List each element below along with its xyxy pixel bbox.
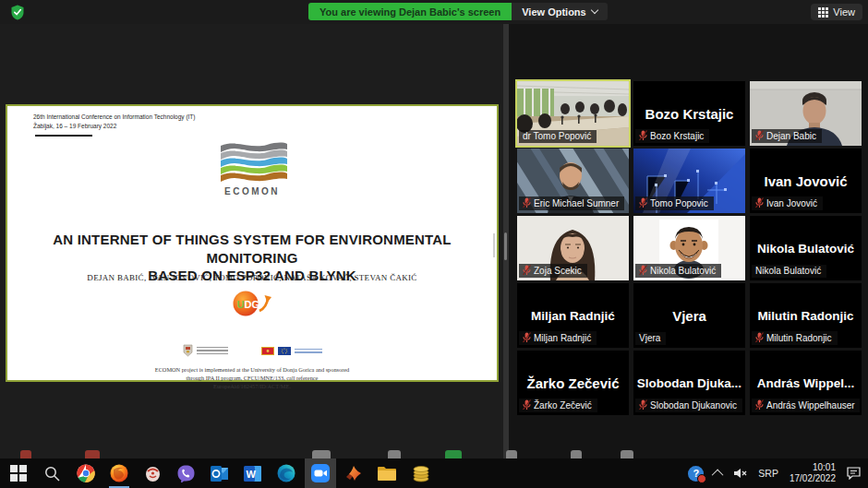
- gallery-grid: dr Tomo PopovićBozo Krstajic Bozo Krstaj…: [517, 81, 862, 415]
- conference-date-location: Žabljak, 16 – 19 February 2022: [33, 122, 195, 131]
- participant-tile[interactable]: VjeraVjera: [633, 283, 745, 348]
- svg-text:W: W: [246, 469, 256, 480]
- system-tray: ? SRP 10:01 17/02/2022: [688, 458, 868, 488]
- matlab-icon[interactable]: [343, 462, 365, 484]
- participant-name-label: Miljan Radnjić: [519, 331, 597, 345]
- mic-muted-icon: [755, 197, 764, 208]
- udg-logo: UDG: [231, 289, 273, 322]
- eu-flag-icon: [278, 347, 291, 355]
- presentation-slide: 26th International Conference on Informa…: [6, 104, 499, 382]
- outlook-icon[interactable]: [209, 462, 231, 484]
- hidden-icons-chevron[interactable]: [715, 470, 723, 478]
- ecomon-logo: ECOMON: [210, 139, 295, 196]
- chrome-icon[interactable]: [75, 462, 97, 484]
- participant-name-label: András Wippelhauser: [752, 399, 860, 412]
- view-options-button[interactable]: View Options: [512, 3, 607, 20]
- participant-tile[interactable]: Dejan Babic: [750, 81, 862, 146]
- participant-tile[interactable]: András Wippel... András Wippelhauser: [750, 351, 862, 415]
- header-underline: [35, 135, 92, 137]
- ecomon-logo-text: ECOMON: [210, 186, 295, 196]
- participant-tile[interactable]: Žarko Zečević Žarko Zečević: [517, 351, 629, 415]
- word-icon[interactable]: W: [242, 462, 264, 484]
- participant-tile[interactable]: Nikola BulatovićNikola Bulatović: [750, 216, 862, 280]
- slide-scrollbar[interactable]: [493, 233, 495, 257]
- participant-name-label: Zoja Scekic: [519, 264, 587, 278]
- participant-tile[interactable]: Bozo Krstajic Bozo Krstajic: [633, 81, 745, 146]
- participant-name-label: Nikola Bulatović: [752, 265, 826, 278]
- start-icon[interactable]: [7, 462, 30, 484]
- notification-badge: [697, 474, 706, 483]
- svg-text:UDG: UDG: [237, 299, 259, 310]
- mic-muted-icon: [523, 332, 531, 343]
- help-tray-icon[interactable]: ?: [688, 466, 704, 482]
- viewing-screen-banner: You are viewing Dejan Babic's screen: [308, 3, 512, 20]
- grid-view-icon: [818, 7, 828, 18]
- mic-muted-icon: [523, 197, 531, 208]
- zoom-icon[interactable]: [309, 462, 332, 484]
- participant-tile[interactable]: Zoja Scekic: [517, 216, 629, 280]
- mic-muted-icon: [639, 197, 647, 208]
- participant-tile[interactable]: Ivan Jovović Ivan Jovović: [750, 149, 862, 213]
- eu-montenegro-logos: [261, 347, 322, 355]
- slide-footer-text: ECOMON project is implemented at the Uni…: [7, 365, 497, 390]
- participant-name-label: Milutin Radonjic: [752, 331, 838, 345]
- volume-muted-icon[interactable]: [734, 468, 747, 479]
- mic-muted-icon: [639, 265, 647, 276]
- security-shield-icon[interactable]: [10, 5, 25, 20]
- participant-tile[interactable]: Nikola Bulatović: [633, 216, 745, 280]
- action-center-icon[interactable]: [847, 467, 861, 480]
- mic-muted-icon: [639, 399, 647, 411]
- participants-partial-icon[interactable]: [312, 450, 331, 458]
- participant-name-label: Tomo Popovic: [635, 196, 714, 210]
- mic-muted-icon: [523, 399, 531, 411]
- conference-name: 26th International Conference on Informa…: [33, 113, 195, 122]
- view-options-label: View Options: [522, 6, 585, 18]
- viber-icon[interactable]: [175, 462, 198, 484]
- mic-muted-partial-icon[interactable]: [20, 450, 31, 458]
- chat-partial-icon[interactable]: [388, 450, 401, 458]
- participant-name-label: Žarko Zečević: [519, 399, 597, 412]
- participant-tile[interactable]: Tomo Popovic: [633, 149, 745, 213]
- record-partial-icon[interactable]: [506, 450, 517, 458]
- file-explorer-icon[interactable]: [376, 462, 398, 484]
- participant-tile[interactable]: Milutin Radonjic Milutin Radonjic: [750, 283, 862, 348]
- sponsor-logos: [7, 344, 497, 357]
- participants-gallery: dr Tomo PopovićBozo Krstajic Bozo Krstaj…: [509, 24, 868, 458]
- video-off-partial-icon[interactable]: [85, 450, 100, 458]
- divider-drag-handle[interactable]: [504, 232, 507, 260]
- ministry-text-lines: [197, 345, 228, 357]
- language-indicator[interactable]: SRP: [758, 468, 778, 479]
- search-icon[interactable]: [41, 462, 63, 484]
- participant-tile[interactable]: Slobodan Djuka... Slobodan Djukanovic: [633, 351, 745, 415]
- chevron-down-icon: [590, 6, 597, 14]
- share-screen-partial-icon[interactable]: [445, 450, 462, 458]
- coins-app-icon[interactable]: [410, 462, 432, 484]
- conference-header: 26th International Conference on Informa…: [33, 113, 195, 131]
- shared-screen-area: 26th International Conference on Informa…: [0, 24, 503, 458]
- participant-name-label: Nikola Bulatović: [635, 264, 721, 278]
- view-button-label: View: [833, 6, 855, 18]
- participant-name-label: Vjera: [635, 332, 666, 345]
- participant-tile[interactable]: Eric Michael Sumner: [517, 149, 629, 213]
- panel-divider: [503, 24, 509, 458]
- montenegro-flag-icon: [261, 347, 274, 355]
- participant-tile[interactable]: Miljan Radnjić Miljan Radnjić: [517, 283, 629, 348]
- eu-text-lines: [295, 347, 322, 355]
- reactions-partial-icon[interactable]: [571, 450, 582, 458]
- view-button[interactable]: View: [811, 4, 862, 20]
- taskbar-clock[interactable]: 10:01 17/02/2022: [790, 462, 836, 485]
- participant-name-label: dr Tomo Popović: [519, 130, 597, 143]
- participant-tile[interactable]: dr Tomo Popović: [517, 81, 629, 146]
- clock-time: 10:01: [813, 462, 836, 472]
- firefox-icon[interactable]: [108, 462, 130, 484]
- mic-muted-icon: [523, 265, 531, 276]
- edge-icon[interactable]: [275, 462, 297, 484]
- captions-partial-icon[interactable]: [621, 450, 633, 458]
- mic-muted-icon: [755, 332, 764, 343]
- clock-date: 17/02/2022: [790, 473, 836, 483]
- meeting-top-bar: You are viewing Dejan Babic's screen Vie…: [0, 0, 868, 24]
- participant-name-label: Dejan Babic: [752, 129, 822, 143]
- windows-taskbar: W ? SRP 10:01 17/02/2022: [0, 458, 868, 488]
- remote-desktop-icon[interactable]: [141, 462, 163, 484]
- participant-name-label: Ivan Jovović: [752, 196, 823, 210]
